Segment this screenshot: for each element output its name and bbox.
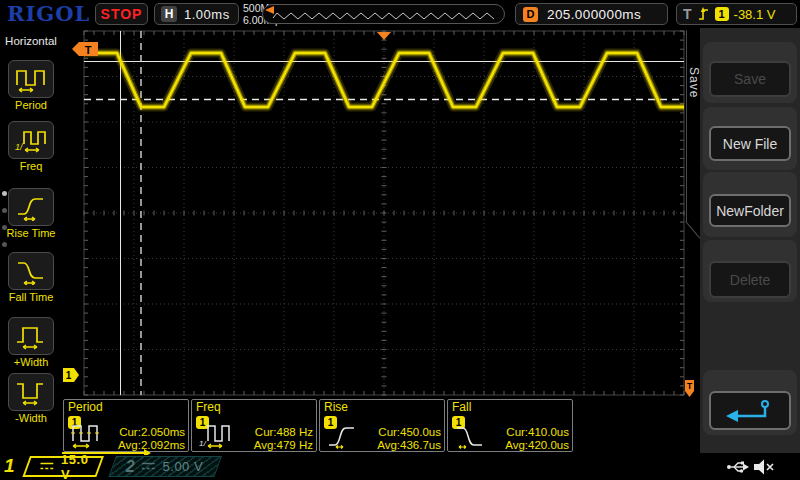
measurement-panel-fall[interactable]: Fall 1 Cur:410.0usAvg:420.0us Max:590.0u… (447, 399, 573, 452)
horizontal-scale-box[interactable]: H 1.00ms (154, 3, 239, 25)
softkey-well: Delete (703, 240, 797, 302)
channel-2-status[interactable]: 2 5.00 V (108, 456, 222, 477)
top-bar: RIGOL STOP H 1.00ms 500MSa/s 6.00M pts D… (0, 0, 800, 28)
period-icon (15, 66, 47, 93)
svg-text:1/: 1/ (15, 142, 24, 152)
sidebar-item-nwidth[interactable]: -Width (0, 373, 62, 424)
trigger-source-badge: 1 (715, 7, 729, 21)
channel-2-number: 2 (126, 458, 135, 476)
softkey-well: NewFolder (703, 172, 797, 237)
preview-waveform-icon (263, 5, 504, 23)
fall-time-icon (15, 258, 47, 285)
softkey-save[interactable]: Save (709, 61, 791, 97)
trigger-box[interactable]: T 1 -38.1 V (676, 3, 797, 25)
waveform-plot: T1T (62, 28, 700, 397)
dc-coupling-icon (40, 462, 54, 471)
sidebar-item-fall-time[interactable]: Fall Time (0, 252, 62, 303)
softkey-well: New File (703, 107, 797, 170)
delay-value: 205.000000ms (547, 7, 641, 22)
waveform-display[interactable]: T1T (62, 28, 700, 397)
measurement-strip: Period 1 Cur:2.050msAvg:2.092ms Max:2.24… (62, 397, 700, 455)
channel-1-number[interactable]: 1 (4, 455, 15, 477)
svg-text:T: T (687, 381, 693, 391)
measure-sidebar: Horizontal Period 1/ Freq Rise Time Fall… (0, 28, 62, 455)
measure-category-title: Horizontal (0, 35, 62, 47)
page-dot-active (2, 191, 7, 196)
measurement-panel-freq[interactable]: Freq 1 1/ Cur:488 HzAvg:479 Hz Max:505 H… (191, 399, 317, 452)
measurement-panel-period[interactable]: Period 1 Cur:2.050msAvg:2.092ms Max:2.24… (63, 399, 189, 452)
softkey-menu: Save New File NewFolder Delete (700, 28, 800, 453)
svg-text:1: 1 (66, 370, 72, 381)
trigger-badge: T (683, 6, 692, 22)
usb-icon (726, 459, 750, 475)
run-state-button[interactable]: STOP (95, 3, 148, 25)
page-dot (2, 225, 7, 230)
softkey-new-file[interactable]: New File (709, 126, 791, 161)
trigger-edge-icon (697, 6, 710, 22)
sidebar-item-period[interactable]: Period (0, 60, 62, 111)
minus-width-icon (15, 379, 47, 406)
sidebar-item-rise-time[interactable]: Rise Time (0, 188, 62, 239)
freq-icon: 1/ (15, 127, 47, 154)
period-measure-icon (71, 422, 113, 450)
plus-width-icon (15, 323, 47, 350)
channel-status-bar: 1 15.0 V 2 5.00 V (0, 455, 800, 480)
horizontal-scale-value: 1.00ms (184, 7, 230, 22)
softkey-return[interactable] (709, 391, 791, 430)
fall-measure-icon (455, 422, 497, 450)
tab-save: Save (684, 58, 701, 108)
rise-measure-icon (327, 422, 369, 450)
sidebar-item-pwidth[interactable]: +Width (0, 317, 62, 368)
trigger-level-value: -38.1 V (734, 7, 776, 22)
page-dot (2, 208, 7, 213)
delay-box[interactable]: D 205.000000ms (515, 3, 668, 25)
softkey-new-folder[interactable]: NewFolder (709, 194, 791, 227)
freq-measure-icon: 1/ (199, 422, 241, 450)
brand-logo: RIGOL (7, 1, 90, 26)
page-dot (2, 242, 7, 247)
sidebar-item-freq[interactable]: 1/ Freq (0, 121, 62, 172)
channel-1-scale: 15.0 V (61, 452, 101, 480)
softkey-delete[interactable]: Delete (709, 261, 791, 298)
channel-2-scale: 5.00 V (163, 459, 204, 474)
svg-text:1/: 1/ (199, 439, 206, 448)
channel-1-status[interactable]: 15.0 V (22, 456, 104, 477)
rise-time-icon (15, 194, 47, 221)
horizontal-badge: H (161, 6, 177, 22)
waveform-preview-bar[interactable] (262, 4, 505, 24)
softkey-well (703, 370, 797, 435)
dc-coupling-icon (142, 462, 156, 471)
softkey-well: Save (703, 42, 797, 103)
return-arrow-icon (722, 397, 778, 425)
delay-badge: D (523, 7, 538, 22)
svg-text:T: T (85, 44, 92, 56)
measurement-panel-rise[interactable]: Rise 1 Cur:450.0usAvg:436.7us Max:620.0u… (319, 399, 445, 452)
speaker-muted-icon (753, 458, 774, 476)
